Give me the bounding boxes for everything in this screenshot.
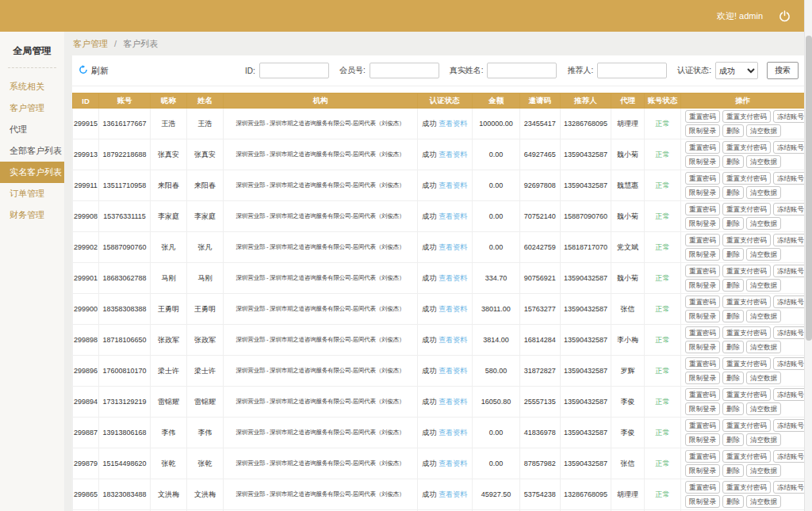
clear-data-button[interactable]: 清空数据 bbox=[746, 279, 781, 292]
reset-password-button[interactable]: 重置密码 bbox=[685, 357, 720, 370]
delete-button[interactable]: 删除 bbox=[722, 248, 744, 261]
reset-pay-password-button[interactable]: 重置支付密码 bbox=[722, 141, 771, 154]
reset-pay-password-button[interactable]: 重置支付密码 bbox=[722, 172, 771, 185]
delete-button[interactable]: 删除 bbox=[722, 341, 744, 353]
delete-button[interactable]: 删除 bbox=[722, 372, 744, 384]
scrollbar-thumb[interactable] bbox=[806, 36, 812, 341]
freeze-account-button[interactable]: 冻结账号 bbox=[773, 357, 805, 370]
restrict-login-button[interactable]: 限制登录 bbox=[685, 464, 720, 477]
reset-pay-password-button[interactable]: 重置支付密码 bbox=[722, 481, 771, 494]
freeze-account-button[interactable]: 冻结账号 bbox=[773, 450, 805, 463]
search-button[interactable]: 搜索 bbox=[767, 62, 799, 79]
restrict-login-button[interactable]: 限制登录 bbox=[685, 433, 720, 446]
referrer-filter-input[interactable] bbox=[597, 63, 667, 78]
reset-pay-password-button[interactable]: 重置支付密码 bbox=[722, 357, 771, 370]
restrict-login-button[interactable]: 限制登录 bbox=[685, 402, 720, 415]
clear-data-button[interactable]: 清空数据 bbox=[746, 155, 781, 168]
clear-data-button[interactable]: 清空数据 bbox=[746, 464, 781, 477]
clear-data-button[interactable]: 清空数据 bbox=[746, 186, 781, 199]
view-profile-link[interactable]: 查看资料 bbox=[439, 429, 467, 437]
restrict-login-button[interactable]: 限制登录 bbox=[685, 341, 720, 353]
clear-data-button[interactable]: 清空数据 bbox=[746, 433, 781, 446]
reset-pay-password-button[interactable]: 重置支付密码 bbox=[722, 265, 771, 277]
reset-pay-password-button[interactable]: 重置支付密码 bbox=[722, 326, 771, 339]
restrict-login-button[interactable]: 限制登录 bbox=[685, 155, 720, 168]
delete-button[interactable]: 删除 bbox=[722, 310, 744, 322]
reset-password-button[interactable]: 重置密码 bbox=[685, 326, 720, 339]
breadcrumb-parent-link[interactable]: 客户管理 bbox=[73, 39, 108, 48]
delete-button[interactable]: 删除 bbox=[722, 402, 744, 415]
reset-password-button[interactable]: 重置密码 bbox=[685, 481, 720, 494]
reset-password-button[interactable]: 重置密码 bbox=[685, 388, 720, 401]
reset-password-button[interactable]: 重置密码 bbox=[685, 296, 720, 308]
freeze-account-button[interactable]: 冻结账号 bbox=[773, 265, 805, 277]
clear-data-button[interactable]: 清空数据 bbox=[746, 124, 781, 137]
clear-data-button[interactable]: 清空数据 bbox=[746, 495, 781, 508]
reset-pay-password-button[interactable]: 重置支付密码 bbox=[722, 203, 771, 215]
restrict-login-button[interactable]: 限制登录 bbox=[685, 248, 720, 261]
delete-button[interactable]: 删除 bbox=[722, 124, 744, 137]
reset-pay-password-button[interactable]: 重置支付密码 bbox=[722, 450, 771, 463]
clear-data-button[interactable]: 清空数据 bbox=[746, 217, 781, 230]
freeze-account-button[interactable]: 冻结账号 bbox=[773, 296, 805, 308]
view-profile-link[interactable]: 查看资料 bbox=[439, 243, 467, 251]
sidebar-item-agents[interactable]: 代理 bbox=[0, 119, 64, 140]
clear-data-button[interactable]: 清空数据 bbox=[746, 248, 781, 261]
freeze-account-button[interactable]: 冻结账号 bbox=[773, 234, 805, 246]
delete-button[interactable]: 删除 bbox=[722, 464, 744, 477]
freeze-account-button[interactable]: 冻结账号 bbox=[773, 203, 805, 215]
restrict-login-button[interactable]: 限制登录 bbox=[685, 217, 720, 230]
clear-data-button[interactable]: 清空数据 bbox=[746, 310, 781, 322]
reset-password-button[interactable]: 重置密码 bbox=[685, 110, 720, 123]
freeze-account-button[interactable]: 冻结账号 bbox=[773, 419, 805, 432]
reset-password-button[interactable]: 重置密码 bbox=[685, 141, 720, 154]
view-profile-link[interactable]: 查看资料 bbox=[439, 398, 467, 406]
refresh-button[interactable]: 刷新 bbox=[79, 65, 109, 77]
view-profile-link[interactable]: 查看资料 bbox=[439, 336, 467, 344]
sidebar-item-customer-mgmt[interactable]: 客户管理 bbox=[0, 97, 64, 119]
view-profile-link[interactable]: 查看资料 bbox=[439, 181, 467, 189]
clear-data-button[interactable]: 清空数据 bbox=[746, 372, 781, 384]
real-name-filter-input[interactable] bbox=[487, 63, 557, 78]
restrict-login-button[interactable]: 限制登录 bbox=[685, 279, 720, 292]
view-profile-link[interactable]: 查看资料 bbox=[439, 120, 467, 128]
sidebar-item-all-customers[interactable]: 全部客户列表 bbox=[0, 140, 64, 162]
delete-button[interactable]: 删除 bbox=[722, 495, 744, 508]
delete-button[interactable]: 删除 bbox=[722, 217, 744, 230]
freeze-account-button[interactable]: 冻结账号 bbox=[773, 388, 805, 401]
view-profile-link[interactable]: 查看资料 bbox=[439, 274, 467, 282]
reset-pay-password-button[interactable]: 重置支付密码 bbox=[722, 234, 771, 246]
logout-power-icon[interactable] bbox=[777, 9, 791, 23]
view-profile-link[interactable]: 查看资料 bbox=[439, 305, 467, 313]
restrict-login-button[interactable]: 限制登录 bbox=[685, 495, 720, 508]
delete-button[interactable]: 删除 bbox=[722, 279, 744, 292]
restrict-login-button[interactable]: 限制登录 bbox=[685, 310, 720, 322]
delete-button[interactable]: 删除 bbox=[722, 186, 744, 199]
sidebar-item-realname-customers[interactable]: 实名客户列表 bbox=[0, 162, 64, 183]
restrict-login-button[interactable]: 限制登录 bbox=[685, 124, 720, 137]
reset-pay-password-button[interactable]: 重置支付密码 bbox=[722, 110, 771, 123]
vertical-scrollbar[interactable] bbox=[804, 0, 812, 511]
reset-pay-password-button[interactable]: 重置支付密码 bbox=[722, 296, 771, 308]
restrict-login-button[interactable]: 限制登录 bbox=[685, 186, 720, 199]
reset-password-button[interactable]: 重置密码 bbox=[685, 234, 720, 246]
freeze-account-button[interactable]: 冻结账号 bbox=[773, 481, 805, 494]
sidebar-item-finance[interactable]: 财务管理 bbox=[0, 204, 64, 226]
view-profile-link[interactable]: 查看资料 bbox=[439, 212, 467, 220]
sidebar-item-system[interactable]: 系统相关 bbox=[0, 76, 64, 97]
view-profile-link[interactable]: 查看资料 bbox=[439, 151, 467, 158]
view-profile-link[interactable]: 查看资料 bbox=[439, 490, 467, 498]
clear-data-button[interactable]: 清空数据 bbox=[746, 402, 781, 415]
reset-password-button[interactable]: 重置密码 bbox=[685, 265, 720, 277]
id-filter-input[interactable] bbox=[259, 63, 329, 78]
freeze-account-button[interactable]: 冻结账号 bbox=[773, 141, 805, 154]
freeze-account-button[interactable]: 冻结账号 bbox=[773, 110, 805, 123]
reset-pay-password-button[interactable]: 重置支付密码 bbox=[722, 419, 771, 432]
reset-password-button[interactable]: 重置密码 bbox=[685, 419, 720, 432]
reset-pay-password-button[interactable]: 重置支付密码 bbox=[722, 388, 771, 401]
freeze-account-button[interactable]: 冻结账号 bbox=[773, 326, 805, 339]
freeze-account-button[interactable]: 冻结账号 bbox=[773, 172, 805, 185]
reset-password-button[interactable]: 重置密码 bbox=[685, 450, 720, 463]
view-profile-link[interactable]: 查看资料 bbox=[439, 460, 467, 467]
clear-data-button[interactable]: 清空数据 bbox=[746, 341, 781, 353]
